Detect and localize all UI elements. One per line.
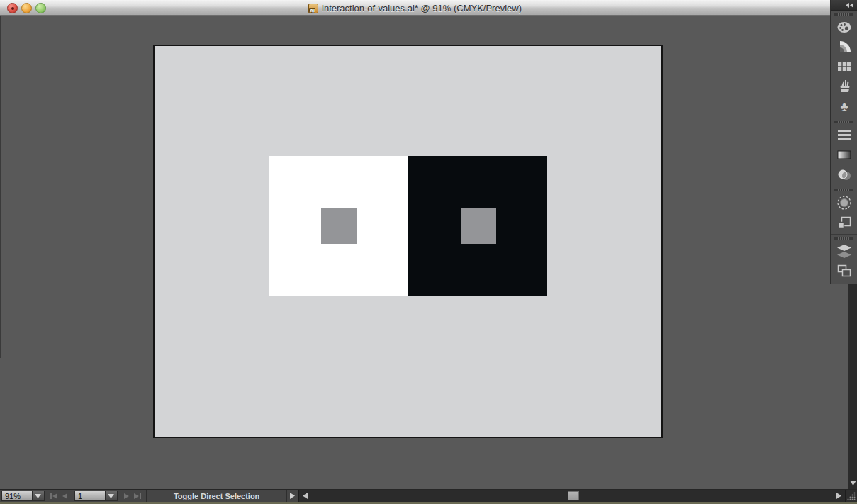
zoom-level-dropdown-button[interactable] [33, 491, 45, 501]
stroke-icon [837, 130, 851, 140]
artboard-number-dropdown-button[interactable] [106, 491, 118, 501]
window-left-edge [0, 16, 1, 358]
scroll-right-button[interactable] [833, 490, 845, 502]
artboard-number-field[interactable]: 1 [74, 491, 106, 501]
chevron-down-icon [35, 494, 41, 498]
gray-square-on-black[interactable] [461, 208, 496, 244]
window-resize-grip[interactable] [845, 490, 857, 502]
artboard-navigation [49, 490, 70, 502]
document-canvas[interactable] [0, 16, 848, 489]
transparency-panel-button[interactable] [831, 164, 857, 184]
dock-group-color: ♣ [831, 11, 857, 118]
dock-grip-handle[interactable] [834, 237, 853, 240]
status-bar: 91% 1 [0, 489, 857, 502]
appearance-panel-button[interactable] [831, 193, 857, 213]
status-menu-button[interactable] [287, 490, 298, 502]
gray-square-on-white[interactable] [321, 208, 357, 244]
arrow-left-icon [303, 493, 308, 499]
stroke-panel-button[interactable] [831, 125, 857, 145]
zoom-level-field[interactable]: 91% [1, 491, 33, 501]
horizontal-scrollbar-thumb[interactable] [568, 491, 579, 500]
brushes-panel-button[interactable] [831, 77, 857, 96]
illustrator-document-window: interaction-of-values.ai* @ 91% (CMYK/Pr… [0, 0, 857, 504]
flyout-arrow-icon [290, 493, 295, 499]
artboards-icon [836, 264, 852, 278]
previous-artboard-button[interactable] [60, 491, 70, 502]
gradient-panel-button[interactable] [831, 145, 857, 164]
dock-grip-handle[interactable] [834, 121, 853, 123]
scroll-left-button[interactable] [299, 490, 311, 502]
resize-grip-icon [847, 492, 856, 500]
next-icon [124, 493, 130, 499]
dock-group-appearance [831, 186, 857, 235]
vertical-scrollbar[interactable] [848, 284, 857, 489]
layers-icon [836, 244, 853, 259]
first-artboard-button[interactable] [49, 491, 60, 502]
first-icon [50, 493, 57, 499]
ai-document-icon [308, 4, 318, 13]
artboards-panel-button[interactable] [831, 261, 857, 281]
graphic-styles-icon [836, 215, 852, 230]
zoom-level-value: 91% [5, 492, 21, 500]
color-guide-icon [836, 40, 853, 54]
color-panel-button[interactable] [831, 17, 857, 37]
color-palette-icon [836, 21, 853, 34]
color-guide-panel-button[interactable] [831, 37, 857, 57]
dock-group-stroke [831, 118, 857, 186]
gradient-icon [837, 150, 851, 159]
status-display[interactable]: Toggle Direct Selection [146, 490, 288, 502]
next-artboard-button[interactable] [122, 491, 133, 502]
dock-group-layers [831, 235, 857, 282]
appearance-icon [836, 195, 852, 211]
collapse-dock-double-arrow-icon [846, 3, 853, 8]
dock-collapse-bar[interactable] [831, 0, 857, 11]
artboard-navigation-forward [122, 490, 143, 502]
dock-grip-handle[interactable] [834, 13, 853, 16]
layers-panel-button[interactable] [831, 241, 857, 261]
horizontal-scrollbar[interactable] [298, 490, 845, 502]
last-icon [134, 493, 141, 499]
chevron-down-icon [108, 494, 114, 498]
artboard-number-value: 1 [78, 492, 82, 500]
previous-icon [62, 493, 67, 499]
scroll-down-button[interactable] [849, 478, 857, 487]
graphic-styles-panel-button[interactable] [831, 213, 857, 233]
arrow-right-icon [836, 493, 841, 499]
last-artboard-button[interactable] [133, 491, 143, 502]
swatches-panel-button[interactable] [831, 57, 857, 77]
arrow-down-icon [850, 481, 856, 486]
swatches-icon [837, 62, 851, 72]
brushes-icon [837, 79, 851, 94]
window-title: interaction-of-values.ai* @ 91% (CMYK/Pr… [0, 3, 830, 13]
dock-grip-handle[interactable] [834, 189, 853, 191]
panel-dock: ♣ [830, 0, 857, 284]
title-bar[interactable]: interaction-of-values.ai* @ 91% (CMYK/Pr… [0, 0, 830, 16]
window-title-text: interaction-of-values.ai* @ 91% (CMYK/Pr… [322, 3, 522, 13]
symbols-icon: ♣ [840, 101, 848, 113]
status-display-text: Toggle Direct Selection [174, 492, 259, 500]
transparency-icon [836, 169, 852, 181]
symbols-panel-button[interactable]: ♣ [831, 96, 857, 116]
